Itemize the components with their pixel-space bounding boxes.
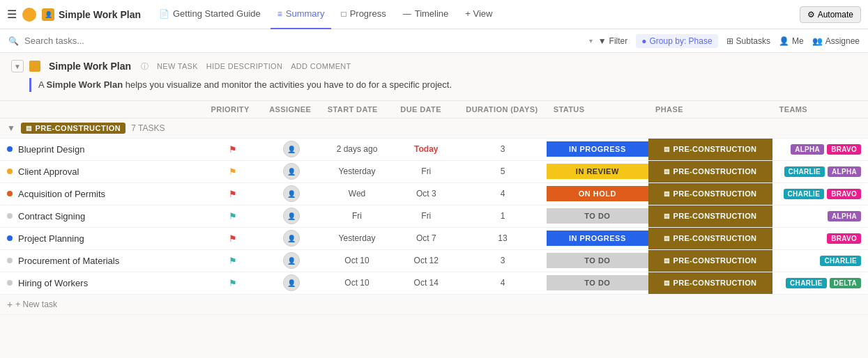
status-badge: IN PROGRESS: [547, 231, 648, 246]
avatar: 👤: [283, 141, 300, 157]
table-row: Project Planning ⚑ 👤 Yesterday Oct 7 13: [0, 227, 868, 249]
phase-assignment-cell: ▤ PRE-CONSTRUCTION: [648, 182, 772, 205]
hamburger-menu[interactable]: ☰: [7, 8, 17, 21]
phase-cell-icon: ▤: [664, 235, 670, 242]
phase-header: ▼ ▤ PRE-CONSTRUCTION 7 TASKS: [7, 123, 861, 134]
status-cell: TO DO: [547, 249, 648, 272]
hide-description-action[interactable]: HIDE DESCRIPTION: [206, 62, 282, 70]
new-task-action[interactable]: NEW TASK: [157, 62, 198, 70]
status-cell: ON HOLD: [547, 182, 648, 205]
assignee-cell[interactable]: 👤: [262, 249, 321, 272]
status-cell: IN PROGRESS: [547, 227, 648, 249]
teams-cell: CHARLIE: [772, 249, 868, 272]
task-name-cell[interactable]: Contract Signing: [0, 205, 204, 227]
teams-cell: BRAVO: [772, 227, 868, 249]
task-name: Contract Signing: [18, 211, 85, 221]
assignee-cell[interactable]: 👤: [262, 227, 321, 249]
plus-icon: +: [7, 299, 13, 310]
task-name: Hiring of Workers: [18, 278, 88, 288]
task-name-cell[interactable]: Client Approval: [0, 160, 204, 182]
status-badge: TO DO: [547, 253, 648, 268]
group-by-button[interactable]: ● Group by: Phase: [636, 34, 717, 48]
phase-header-cell: ▼ ▤ PRE-CONSTRUCTION 7 TASKS: [0, 118, 868, 138]
col-header-phase: PHASE: [648, 101, 772, 118]
search-dropdown-chevron[interactable]: ▾: [589, 37, 593, 45]
tab-add-view[interactable]: + View: [458, 0, 499, 29]
search-input[interactable]: [24, 36, 584, 46]
project-title: Simple Work Plan: [59, 9, 141, 20]
task-table: PRIORITY ASSIGNEE START DATE DUE DATE DU…: [0, 101, 868, 315]
team-tag: ALPHA: [828, 211, 861, 221]
duration-cell: 5: [459, 160, 546, 182]
due-date-cell: Oct 7: [393, 227, 459, 249]
assignee-cell[interactable]: 👤: [262, 272, 321, 294]
automate-button[interactable]: ⚙ Automate: [800, 6, 861, 23]
due-date-cell: Oct 3: [393, 182, 459, 205]
search-right-controls: ▼ Filter ● Group by: Phase ⊞ Subtasks 👤 …: [598, 34, 860, 48]
col-header-teams: TEAMS: [772, 101, 868, 118]
phase-assignment-cell: ▤ PRE-CONSTRUCTION: [648, 227, 772, 249]
phase-cell-icon: ▤: [664, 257, 670, 264]
duration-cell: 4: [459, 182, 546, 205]
avatar: 👤: [283, 185, 300, 202]
due-date-cell: Oct 14: [393, 272, 459, 294]
subtasks-icon: ⊞: [726, 36, 733, 46]
start-date-cell: Fri: [321, 205, 393, 227]
task-name-cell[interactable]: Procurement of Materials: [0, 249, 204, 272]
task-name-cell[interactable]: Hiring of Workers: [0, 272, 204, 294]
new-task-row: + + New task: [0, 294, 868, 314]
due-date-cell: Fri: [393, 205, 459, 227]
subtasks-button[interactable]: ⊞ Subtasks: [726, 36, 770, 46]
task-dot: [7, 169, 13, 174]
avatar: 👤: [283, 163, 300, 180]
priority-cell: ⚑: [204, 138, 263, 160]
table-row: Client Approval ⚑ 👤 Yesterday Fri 5: [0, 160, 868, 182]
phase-row: ▼ ▤ PRE-CONSTRUCTION 7 TASKS: [0, 118, 868, 138]
new-task-cell: + + New task: [0, 294, 868, 314]
assignee-cell[interactable]: 👤: [262, 205, 321, 227]
start-date-cell: Wed: [321, 182, 393, 205]
status-cell: IN REVIEW: [547, 160, 648, 182]
add-comment-action[interactable]: ADD COMMENT: [291, 62, 351, 70]
task-name: Procurement of Materials: [18, 256, 119, 266]
tab-getting-started[interactable]: 📄 Getting Started Guide: [152, 0, 268, 29]
task-dot: [7, 280, 13, 286]
table-row: Contract Signing ⚑ 👤 Fri Fri 1: [0, 205, 868, 227]
tab-progress[interactable]: □ Progress: [334, 0, 393, 29]
team-tag: CHARLIE: [820, 256, 861, 266]
task-name-cell[interactable]: Acquisition of Permits: [0, 182, 204, 205]
team-tag: BRAVO: [827, 233, 861, 244]
task-name-cell[interactable]: Project Planning: [0, 227, 204, 249]
duration-cell: 3: [459, 138, 546, 160]
me-button[interactable]: 👤 Me: [779, 36, 804, 46]
task-name-cell[interactable]: Blueprint Design: [0, 138, 204, 160]
project-info-icon[interactable]: ⓘ: [141, 61, 149, 72]
project-name: Simple Work Plan: [49, 61, 131, 72]
task-name: Acquisition of Permits: [18, 189, 105, 199]
assignee-cell[interactable]: 👤: [262, 182, 321, 205]
status-cell: TO DO: [547, 272, 648, 294]
person-icon: 👤: [779, 36, 789, 46]
priority-flag: ⚑: [229, 256, 237, 266]
assignee-button[interactable]: 👥 Assignee: [812, 36, 860, 46]
duration-cell: 1: [459, 205, 546, 227]
filter-button[interactable]: ▼ Filter: [598, 36, 628, 46]
teams-cell: ALPHA BRAVO: [772, 138, 868, 160]
nav-tabs: 📄 Getting Started Guide ≡ Summary □ Prog…: [152, 0, 800, 29]
due-date-cell: Today: [393, 138, 459, 160]
team-tag: CHARLIE: [786, 278, 827, 288]
new-task-button[interactable]: + + New task: [7, 299, 861, 310]
col-header-startdate: START DATE: [321, 101, 393, 118]
phase-cell-icon: ▤: [664, 168, 670, 175]
table-row: Procurement of Materials ⚑ 👤 Oct 10 Oct …: [0, 249, 868, 272]
task-dot: [7, 191, 13, 196]
assignee-cell[interactable]: 👤: [262, 138, 321, 160]
avatar: 👤: [283, 230, 300, 247]
tab-timeline[interactable]: — Timeline: [396, 0, 456, 29]
phase-collapse-button[interactable]: ▼: [7, 123, 15, 133]
tab-summary[interactable]: ≡ Summary: [271, 0, 332, 29]
table-row: Acquisition of Permits ⚑ 👤 Wed Oct 3 4: [0, 182, 868, 205]
assignee-cell[interactable]: 👤: [262, 160, 321, 182]
project-collapse-button[interactable]: ▼: [11, 60, 24, 72]
priority-cell: ⚑: [204, 227, 263, 249]
